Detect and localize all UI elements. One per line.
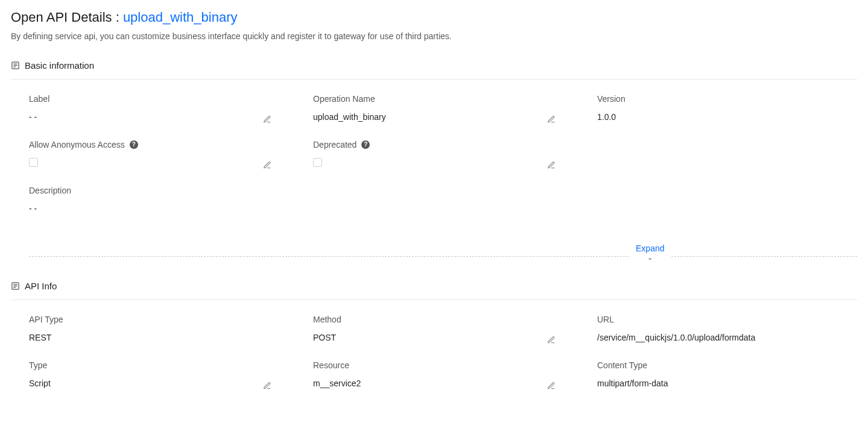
- list-icon: [11, 61, 20, 70]
- field-content-type-label: Content Type: [597, 360, 857, 370]
- chevron-down-icon: ⌄: [636, 254, 664, 261]
- edit-icon[interactable]: [262, 115, 272, 124]
- field-operation-name: Operation Name upload_with_binary: [313, 94, 573, 124]
- help-icon[interactable]: ?: [361, 140, 370, 149]
- field-url: URL /service/m__quickjs/1.0.0/upload/for…: [597, 315, 857, 345]
- field-label-value: - -: [29, 112, 289, 124]
- field-resource: Resource m__service2: [313, 360, 573, 391]
- edit-icon[interactable]: [546, 335, 556, 345]
- edit-icon[interactable]: [546, 115, 556, 124]
- expand-label: Expand: [636, 243, 664, 253]
- field-type-value: Script: [29, 379, 289, 391]
- field-version-value: 1.0.0: [597, 112, 857, 124]
- help-icon[interactable]: ?: [130, 140, 138, 149]
- field-type-label: Type: [29, 360, 289, 370]
- edit-icon[interactable]: [262, 160, 272, 170]
- field-api-type-label: API Type: [29, 315, 289, 324]
- field-method-label: Method: [313, 315, 573, 324]
- field-description-value: - -: [29, 204, 289, 216]
- field-type: Type Script: [29, 360, 289, 391]
- field-operation-name-value: upload_with_binary: [313, 112, 573, 124]
- field-label: Label - -: [29, 94, 289, 124]
- field-version: Version 1.0.0: [597, 94, 857, 124]
- field-description-label: Description: [29, 186, 289, 195]
- field-url-label: URL: [597, 315, 857, 324]
- field-allow-anon-label: Allow Anonymous Access ?: [29, 140, 289, 149]
- section-header-basic: Basic information: [11, 60, 857, 80]
- field-deprecated-label: Deprecated ?: [313, 140, 573, 149]
- expand-divider: Expand ⌄: [29, 250, 857, 257]
- field-url-value: /service/m__quickjs/1.0.0/upload/formdat…: [597, 333, 857, 345]
- field-method-value: POST: [313, 333, 573, 345]
- section-header-api-info: API Info: [11, 281, 857, 300]
- section-title-api-info: API Info: [25, 281, 57, 291]
- section-body-api-info: API Type REST Method POST URL /service/m…: [11, 300, 857, 406]
- list-icon: [11, 281, 20, 291]
- field-content-type: Content Type multipart/form-data: [597, 360, 857, 391]
- field-deprecated: Deprecated ?: [313, 140, 573, 170]
- edit-icon[interactable]: [262, 381, 272, 391]
- field-allow-anon: Allow Anonymous Access ?: [29, 140, 289, 170]
- page-title: Open API Details : upload_with_binary: [11, 10, 857, 25]
- page-title-prefix: Open API Details :: [11, 10, 123, 25]
- section-body-basic: Label - - Operation Name upload_with_bin…: [11, 80, 857, 231]
- field-operation-name-label: Operation Name: [313, 94, 573, 104]
- field-resource-label: Resource: [313, 360, 573, 370]
- page-subtitle: By defining service api, you can customi…: [11, 31, 857, 41]
- field-version-label: Version: [597, 94, 857, 104]
- field-resource-value: m__service2: [313, 379, 573, 391]
- allow-anon-checkbox[interactable]: [29, 158, 38, 167]
- field-method: Method POST: [313, 315, 573, 345]
- field-label-label: Label: [29, 94, 289, 104]
- field-api-type-value: REST: [29, 333, 289, 345]
- deprecated-checkbox[interactable]: [313, 158, 322, 167]
- edit-icon[interactable]: [546, 160, 556, 170]
- page-title-api-name: upload_with_binary: [123, 10, 238, 25]
- section-title-basic: Basic information: [25, 60, 94, 71]
- field-content-type-value: multipart/form-data: [597, 379, 857, 391]
- field-api-type: API Type REST: [29, 315, 289, 345]
- field-description: Description - -: [29, 186, 289, 216]
- expand-button[interactable]: Expand ⌄: [630, 243, 670, 261]
- edit-icon[interactable]: [546, 381, 556, 391]
